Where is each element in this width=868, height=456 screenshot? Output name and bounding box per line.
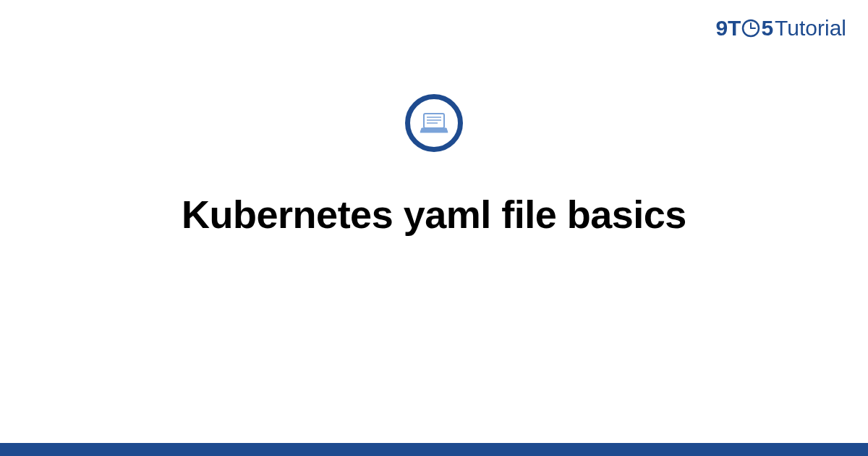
page-title: Kubernetes yaml file basics	[182, 192, 686, 237]
footer-bar	[0, 443, 868, 456]
main-content: Kubernetes yaml file basics	[0, 0, 868, 456]
laptop-icon	[405, 94, 463, 152]
svg-rect-3	[424, 114, 444, 128]
